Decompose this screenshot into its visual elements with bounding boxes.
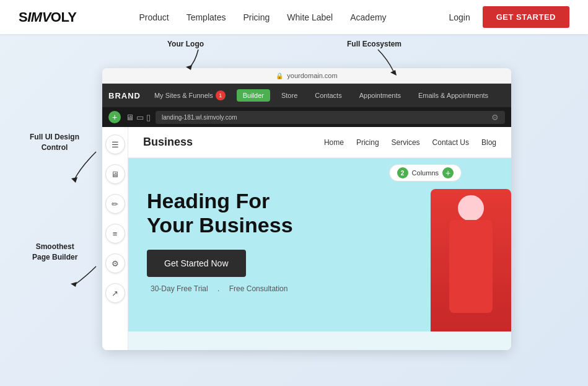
preview-content: Business Home Pricing Services Contact U…	[128, 127, 511, 350]
app-nav-contacts[interactable]: Contacts	[309, 89, 348, 102]
nav-item-academy[interactable]: Academy	[350, 12, 386, 23]
columns-label: Columns	[412, 169, 439, 177]
person-image	[431, 189, 511, 331]
browser-mockup: 🔒 yourdomain.com BRAND My Sites & Funnel…	[102, 68, 511, 350]
editor-add-button[interactable]: +	[108, 111, 121, 123]
editor-toolbar: + 🖥 ▭ ▯ landing-181.wl.simvoly.com ⚙	[102, 107, 511, 127]
mobile-view-icon[interactable]: ▯	[146, 113, 151, 122]
browser-url: yourdomain.com	[287, 72, 337, 79]
svg-marker-2	[71, 177, 77, 183]
columns-number: 2	[397, 167, 408, 178]
sidebar-icon-export[interactable]: ↗	[105, 283, 125, 303]
arrow-smoothest	[62, 260, 105, 291]
website-preview: ☰ 🖥 ✏ ≡ ⚙ ↗ Business Home Pricing Servic…	[102, 127, 511, 350]
person-body	[449, 220, 493, 313]
sidebar-icon-menu[interactable]: ☰	[105, 134, 125, 154]
website-nav: Business Home Pricing Services Contact U…	[128, 127, 511, 158]
arrow-full-ui	[62, 149, 105, 186]
person-head	[458, 195, 484, 221]
website-nav-home[interactable]: Home	[324, 138, 344, 147]
annotation-smoothest: SmoothestPage Builder	[32, 242, 77, 263]
hero-heading: Heading For Your Business	[147, 189, 358, 237]
person-shape	[431, 189, 511, 331]
sidebar-icon-monitor[interactable]: 🖥	[105, 164, 125, 184]
website-nav-blog[interactable]: Blog	[481, 138, 496, 147]
editor-view-icons: 🖥 ▭ ▯	[126, 113, 151, 122]
website-nav-links: Home Pricing Services Contact Us Blog	[324, 138, 496, 147]
website-brand: Business	[143, 136, 193, 149]
arrow-full-ecosystem	[366, 46, 403, 77]
app-nav-emails[interactable]: Emails & Appointments	[412, 89, 494, 102]
sidebar-icon-settings[interactable]: ⚙	[105, 253, 125, 273]
app-nav-store[interactable]: Store	[275, 89, 304, 102]
app-navbar: BRAND My Sites & Funnels 1 Builder Store…	[102, 84, 511, 107]
website-nav-services[interactable]: Services	[392, 138, 420, 147]
editor-url-bar: landing-181.wl.simvoly.com ⚙	[156, 111, 505, 124]
desktop-view-icon[interactable]: 🖥	[126, 113, 134, 122]
svg-marker-0	[186, 65, 192, 70]
nav-item-pricing[interactable]: Pricing	[243, 12, 270, 23]
nav-item-product[interactable]: Product	[139, 12, 169, 23]
nav-right: Login GET STARTED	[449, 6, 569, 28]
tablet-view-icon[interactable]: ▭	[136, 113, 144, 122]
columns-badge[interactable]: 2 Columns +	[389, 164, 462, 182]
website-nav-pricing[interactable]: Pricing	[356, 138, 379, 147]
lock-icon: 🔒	[276, 72, 283, 79]
nav-item-templates[interactable]: Templates	[186, 12, 226, 23]
get-started-nav-button[interactable]: GET STARTED	[483, 6, 569, 28]
editor-url-text: landing-181.wl.simvoly.com	[162, 114, 237, 121]
preview-sidebar: ☰ 🖥 ✏ ≡ ⚙ ↗	[102, 127, 128, 350]
main-area: Your Logo Full Ecosystem Full UI DesignC…	[0, 34, 588, 386]
top-navbar: SIMVOLY Product Templates Pricing White …	[0, 0, 588, 34]
app-nav-builder[interactable]: Builder	[237, 89, 270, 102]
add-column-icon[interactable]: +	[442, 167, 454, 178]
website-nav-contact[interactable]: Contact Us	[432, 138, 469, 147]
app-nav-mysites[interactable]: My Sites & Funnels 1	[148, 88, 232, 103]
notification-badge: 1	[216, 90, 226, 100]
logo: SIMVOLY	[19, 9, 77, 25]
editor-settings-icon[interactable]: ⚙	[491, 113, 499, 122]
arrow-your-logo	[180, 46, 211, 71]
browser-addressbar: 🔒 yourdomain.com	[102, 68, 511, 84]
svg-marker-3	[71, 282, 77, 287]
nav-links: Product Templates Pricing White Label Ac…	[139, 12, 386, 23]
app-brand-label: BRAND	[108, 91, 141, 100]
sidebar-icon-layers[interactable]: ≡	[105, 224, 125, 243]
sidebar-icon-edit[interactable]: ✏	[105, 194, 125, 214]
hero-cta-button[interactable]: Get Started Now	[147, 250, 246, 277]
website-hero: 2 Columns + Heading For Your Business Ge…	[128, 158, 511, 331]
app-nav-appointments[interactable]: Appointments	[353, 89, 407, 102]
nav-item-whitelabel[interactable]: White Label	[287, 12, 333, 23]
login-button[interactable]: Login	[449, 12, 470, 22]
